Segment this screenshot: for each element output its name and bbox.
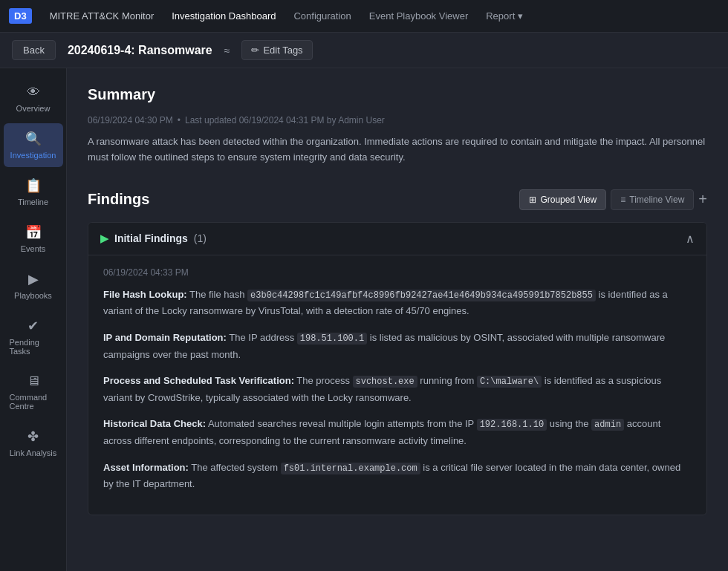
summary-last-updated: Last updated 06/19/2024 04:31 PM by Admi… [185,115,385,125]
finding-entry-historical: Historical Data Check: Automated searche… [103,416,692,448]
view-toggle: ⊞ Grouped View ≡ Timeline View + [519,189,707,210]
finding-group-title: ▶ Initial Findings (1) [100,232,207,244]
admin-code: admin [591,419,624,431]
edit-icon: ✏ [251,45,259,56]
finding-entry-asset: Asset Information: The affected system f… [103,460,692,492]
process-task-label: Process and Scheduled Task Verification: [103,375,294,386]
nav-configuration[interactable]: Configuration [293,10,351,22]
grouped-view-button[interactable]: ⊞ Grouped View [519,189,606,210]
finding-content: 06/19/2024 04:33 PM File Hash Lookup: Th… [88,255,706,515]
sidebar-item-command-centre[interactable]: 🖥 Command Centre [4,366,63,418]
nav-event-playbook-viewer[interactable]: Event Playbook Viewer [369,10,468,22]
meta-dot: • [178,115,181,125]
report-dropdown-arrow: ▾ [518,10,523,22]
ip-domain-label: IP and Domain Reputation: [103,332,227,343]
collapse-icon[interactable]: ∧ [686,232,695,246]
play-icon: ▶ [100,232,108,244]
path-code: C:\malware\ [477,376,542,388]
finding-entry-ip-domain: IP and Domain Reputation: The IP address… [103,330,692,362]
sidebar-item-playbooks[interactable]: ▶ Playbooks [4,264,63,307]
internal-ip-code: 192.168.1.10 [477,419,547,431]
timeline-view-icon: ≡ [620,195,625,205]
finding-entry-process-task: Process and Scheduled Task Verification:… [103,373,692,405]
sidebar-item-events[interactable]: 📅 Events [4,217,63,261]
sidebar-item-pending-tasks[interactable]: ✔ Pending Tasks [4,310,63,363]
sidebar-item-label: Link Analysis [10,448,57,457]
sidebar-item-label: Events [21,244,46,253]
link-analysis-icon: ✤ [27,428,39,445]
sidebar-item-label: Command Centre [10,393,57,411]
sidebar-item-label: Pending Tasks [10,338,57,356]
playbooks-icon: ▶ [28,271,39,287]
ip-address-code: 198.51.100.1 [297,333,367,345]
timeline-view-label: Timeline View [629,195,684,205]
edit-tags-label: Edit Tags [263,45,302,56]
report-label: Report [486,10,515,22]
nav-investigation-dashboard[interactable]: Investigation Dashboard [172,10,276,22]
logo: D3 [9,8,32,24]
finding-timestamp: 06/19/2024 04:33 PM [103,267,692,278]
group-count: (1) [194,232,207,244]
summary-timestamp: 06/19/2024 04:30 PM [88,115,173,125]
edit-tags-button[interactable]: ✏ Edit Tags [241,40,312,60]
summary-text: A ransomware attack has been detected wi… [88,134,707,166]
investigation-icon: 🔍 [25,131,42,147]
sidebar-item-label: Playbooks [14,291,52,300]
grouped-view-label: Grouped View [540,195,597,205]
sub-header: Back 20240619-4: Ransomware ≈ ✏ Edit Tag… [0,33,728,68]
finding-group-header[interactable]: ▶ Initial Findings (1) ∧ [88,223,706,255]
command-centre-icon: 🖥 [27,373,40,389]
historical-label: Historical Data Check: [103,418,206,429]
summary-meta: 06/19/2024 04:30 PM • Last updated 06/19… [88,115,707,125]
top-navigation: D3 MITRE ATT&CK Monitor Investigation Da… [0,0,728,33]
add-finding-button[interactable]: + [698,191,707,208]
asset-label: Asset Information: [103,462,189,473]
file-hash-code: e3b0c44298fc1c149afbf4c8996fb92427ae41e4… [247,290,596,301]
incident-title: 20240619-4: Ransomware [68,44,212,57]
sidebar-item-label: Timeline [18,198,48,206]
main-layout: 👁 Overview 🔍 Investigation 📋 Timeline 📅 … [0,68,728,571]
sidebar-item-overview[interactable]: 👁 Overview [4,77,63,120]
summary-title: Summary [88,86,707,103]
nav-report[interactable]: Report ▾ [486,10,523,22]
back-button[interactable]: Back [12,40,56,60]
timeline-icon: 📋 [25,177,42,194]
sidebar-item-label: Overview [16,104,51,113]
brand-name: MITRE ATT&CK Monitor [50,10,155,22]
asset-code: fs01.internal.example.com [281,463,420,474]
sidebar-item-timeline[interactable]: 📋 Timeline [4,170,63,214]
events-icon: 📅 [25,224,42,241]
process-code: svchost.exe [353,376,417,388]
grouped-view-icon: ⊞ [529,195,536,205]
pending-tasks-icon: ✔ [27,318,39,334]
sidebar-item-investigation[interactable]: 🔍 Investigation [4,123,63,167]
sidebar: 👁 Overview 🔍 Investigation 📋 Timeline 📅 … [0,68,67,571]
overview-icon: 👁 [27,85,40,100]
finding-group-initial: ▶ Initial Findings (1) ∧ 06/19/2024 04:3… [88,222,707,515]
finding-entry-file-hash: File Hash Lookup: The file hash e3b0c442… [103,287,692,319]
timeline-view-button[interactable]: ≡ Timeline View [611,189,694,210]
findings-title: Findings [88,191,149,208]
group-name: Initial Findings [114,232,188,244]
share-icon[interactable]: ≈ [224,45,230,56]
sidebar-item-link-analysis[interactable]: ✤ Link Analysis [4,421,63,465]
findings-header: Findings ⊞ Grouped View ≡ Timeline View … [88,189,707,210]
main-content: Summary 06/19/2024 04:30 PM • Last updat… [67,68,728,571]
file-hash-label: File Hash Lookup: [103,289,187,300]
sidebar-item-label: Investigation [10,151,56,160]
